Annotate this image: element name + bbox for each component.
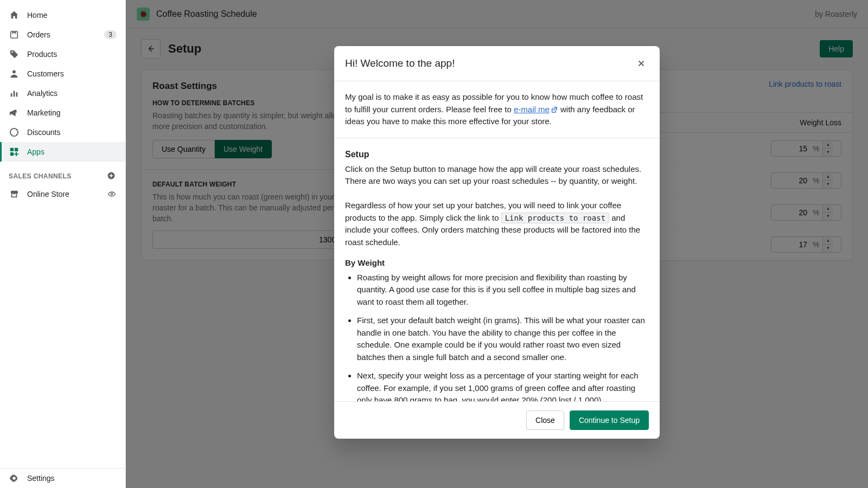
close-button[interactable]: Close — [526, 410, 564, 430]
nav-label: Discounts — [27, 128, 60, 137]
modal-body[interactable]: My goal is to make it as easy as possibl… — [334, 81, 660, 401]
setup-heading: Setup — [345, 148, 649, 161]
list-item: First, set your default batch weight (in… — [357, 314, 649, 363]
nav-label: Apps — [27, 147, 44, 156]
person-icon — [9, 68, 20, 79]
svg-rect-6 — [10, 148, 14, 151]
orders-badge: 3 — [104, 30, 117, 39]
modal-overlay[interactable]: Hi! Welcome to the app! My goal is to ma… — [126, 0, 868, 488]
gear-icon — [9, 473, 20, 484]
main: 🐞 Coffee Roasting Schedule by Roasterly … — [126, 0, 868, 488]
megaphone-icon — [9, 107, 20, 118]
nav-label: Customers — [27, 69, 64, 78]
nav-label: Products — [27, 50, 57, 59]
nav-label: Settings — [27, 474, 55, 483]
nav-online-store[interactable]: Online Store — [0, 184, 125, 204]
plus-circle-icon[interactable] — [107, 171, 117, 181]
code-pill: Link products to roast — [501, 213, 609, 223]
close-icon[interactable] — [634, 56, 649, 71]
setup-p2: Regardless of how your set up your batch… — [345, 200, 649, 248]
sidebar: Home Orders 3 Products Customers Analyti… — [0, 0, 126, 488]
home-icon — [9, 10, 20, 21]
sales-channels-header: SALES CHANNELS — [0, 162, 125, 184]
tag-icon — [9, 49, 20, 60]
nav-analytics[interactable]: Analytics — [0, 84, 125, 103]
nav-apps[interactable]: Apps — [0, 142, 125, 162]
nav-orders[interactable]: Orders 3 — [0, 25, 125, 44]
svg-rect-7 — [15, 148, 18, 151]
bars-icon — [9, 88, 20, 99]
nav-home[interactable]: Home — [0, 5, 125, 25]
eye-icon[interactable] — [107, 189, 117, 199]
svg-point-1 — [12, 70, 16, 74]
orders-icon — [9, 29, 20, 40]
nav-discounts[interactable]: Discounts — [0, 123, 125, 142]
nav-label: Online Store — [27, 190, 69, 198]
store-icon — [9, 189, 20, 200]
svg-rect-8 — [10, 152, 14, 156]
svg-point-5 — [10, 129, 18, 136]
svg-point-10 — [111, 193, 113, 195]
by-weight-heading: By Weight — [345, 257, 649, 269]
modal-title: Hi! Welcome to the app! — [345, 57, 455, 69]
discount-icon — [9, 127, 20, 138]
by-weight-list: Roasting by weight allows for more preci… — [345, 272, 649, 402]
setup-p1: Click on the Setup button to manage how … — [345, 163, 649, 188]
nav-settings[interactable]: Settings — [0, 468, 125, 488]
svg-rect-3 — [14, 91, 15, 97]
svg-rect-4 — [16, 92, 18, 97]
modal-intro: My goal is to make it as easy as possibl… — [345, 91, 649, 128]
nav-label: Analytics — [27, 89, 58, 98]
welcome-modal: Hi! Welcome to the app! My goal is to ma… — [334, 46, 660, 439]
external-link-icon — [551, 105, 558, 112]
list-item: Next, specify your weight loss as a perc… — [357, 370, 649, 401]
email-link[interactable]: e-mail me — [514, 105, 558, 114]
section-header-label: SALES CHANNELS — [9, 172, 72, 180]
nav-marketing[interactable]: Marketing — [0, 103, 125, 123]
apps-icon — [9, 146, 20, 157]
nav-label: Orders — [27, 30, 50, 39]
svg-rect-2 — [11, 93, 12, 97]
continue-button[interactable]: Continue to Setup — [570, 410, 649, 430]
nav-customers[interactable]: Customers — [0, 64, 125, 84]
nav-label: Marketing — [27, 108, 60, 117]
nav-products[interactable]: Products — [0, 44, 125, 64]
nav-label: Home — [27, 11, 47, 20]
list-item: Roasting by weight allows for more preci… — [357, 272, 649, 309]
